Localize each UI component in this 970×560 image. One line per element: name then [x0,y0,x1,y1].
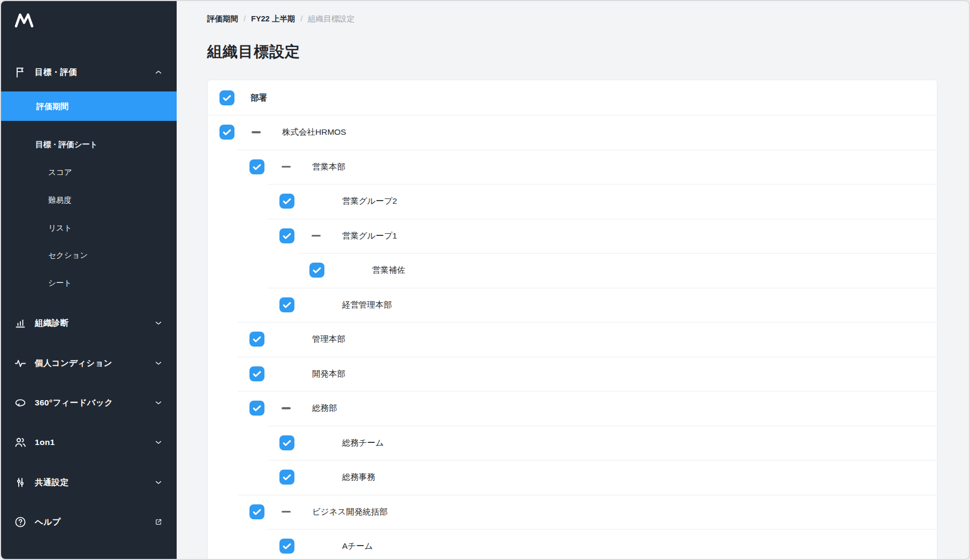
sidebar-subitem-1[interactable]: 目標・評価シート [1,134,177,155]
row-checkbox[interactable] [249,401,264,416]
check-icon [251,506,263,518]
breadcrumb-item-2: 組織目標設定 [308,14,354,23]
chevron-down-icon[interactable] [154,398,163,407]
row-checkbox[interactable] [249,159,264,174]
sidebar-subitem-label: スコア [48,167,72,178]
chevron-down-icon[interactable] [154,478,163,487]
people-icon [14,436,27,449]
sidebar-subitem-4[interactable]: リスト [1,217,177,239]
sidebar-subitem-6[interactable]: シート [1,272,177,294]
org-tree-card: 部署 株式会社HRMOS営業本部営業グループ2営業グループ1営業補佐経営管理本部… [207,80,937,560]
tree-row-label: 総務チーム [342,437,384,448]
collapse-toggle-icon[interactable] [252,132,261,134]
sidebar-subitem-label: シート [48,278,72,288]
sidebar-item-1on1[interactable]: 1on1 [1,428,177,457]
row-divider [238,357,937,357]
bar-chart-icon [14,317,27,329]
sidebar-item-nav-0[interactable]: 目標・評価 [1,58,177,87]
row-checkbox[interactable] [279,435,294,450]
sidebar-item-nav-6[interactable]: ヘルプ [1,508,177,536]
tree-row: 開発本部 [208,357,937,392]
select-all-checkbox[interactable] [219,90,234,105]
tree-row: 営業本部 [208,150,937,185]
check-icon [281,471,293,483]
check-icon [311,264,323,276]
sidebar-item-label: 目標・評価 [35,67,77,78]
check-icon [221,126,233,138]
check-icon [281,437,293,449]
sidebar-item-label: 共通設定 [35,477,69,488]
sidebar-subitem-label: 目標・評価シート [35,140,98,150]
tree-row-label: 開発本部 [312,368,345,379]
tree-row-label: 総務部 [312,403,337,414]
external-link-icon [154,518,163,526]
sidebar-item-label: 組織診断 [35,318,69,329]
sidebar-subitem-label: リスト [48,223,72,233]
tree-row-label: 経営管理本部 [342,299,392,310]
tree-header-label: 部署 [251,92,267,103]
chevron-down-icon[interactable] [154,438,163,447]
row-checkbox[interactable] [279,194,294,209]
tree-row-label: 営業本部 [312,161,345,172]
sidebar-subitem-5[interactable]: セクション [1,244,177,266]
tree-row: 総務事務 [208,460,937,495]
tree-row-label: 総務事務 [342,472,375,483]
row-divider [268,184,937,185]
collapse-toggle-icon[interactable] [282,166,291,168]
check-icon [281,230,293,242]
check-icon [251,402,263,414]
breadcrumb-item-0[interactable]: 評価期間 [207,14,238,23]
sidebar-item-nav-5[interactable]: 共通設定 [1,468,177,497]
sidebar-subitem-2[interactable]: スコア [1,162,177,183]
collapse-toggle-icon[interactable] [282,408,291,410]
page-title: 組織目標設定 [207,42,300,62]
row-checkbox[interactable] [249,366,264,381]
row-checkbox[interactable] [279,228,294,243]
row-checkbox[interactable] [249,332,264,347]
sidebar-subitem-0[interactable]: 評価期間 [1,91,177,121]
sidebar-item-label: 個人コンディション [35,358,112,369]
collapse-toggle-icon[interactable] [312,235,321,237]
sidebar-subitem-label: 評価期間 [36,101,69,111]
sidebar-item-label: ヘルプ [35,517,61,528]
sidebar-subitem-3[interactable]: 難易度 [1,189,177,211]
chevron-down-icon[interactable] [154,359,163,367]
row-checkbox[interactable] [219,125,234,140]
row-checkbox[interactable] [249,504,264,519]
tree-row-label: 営業グループ1 [342,230,397,241]
check-icon [221,92,233,104]
feedback-loop-icon [14,396,27,409]
row-divider [208,115,937,116]
row-divider [298,253,937,254]
tree-header-row: 部署 [208,80,937,115]
tree-row: 管理本部 [208,322,937,357]
chevron-down-icon[interactable] [154,319,163,327]
sidebar-item-360-feedback[interactable]: 360°フィードバック [1,388,177,417]
breadcrumb-separator: / [295,14,308,23]
sidebar-item-nav-1[interactable]: 組織診断 [1,309,177,337]
row-checkbox[interactable] [279,470,294,485]
breadcrumb-item-1[interactable]: FY22 上半期 [251,14,295,23]
check-icon [251,161,263,173]
sidebar-item-label: 360°フィードバック [35,397,113,409]
row-divider [238,495,937,495]
row-divider [238,150,937,150]
check-icon [281,195,293,207]
tree-row: 総務チーム [208,426,937,461]
check-icon [251,368,263,380]
row-checkbox[interactable] [279,297,294,312]
collapse-toggle-icon[interactable] [282,511,291,513]
row-divider [238,322,937,323]
sliders-icon [14,476,27,489]
row-divider [268,460,937,461]
sidebar-item-nav-2[interactable]: 個人コンディション [1,349,177,378]
tree-row: 総務部 [208,391,937,426]
hrmos-m-logo-icon[interactable] [14,11,34,28]
tree-row: ビジネス開発統括部 [208,495,937,530]
row-checkbox[interactable] [309,263,324,278]
tree-row: Aチーム [208,529,937,560]
sidebar-subitem-label: セクション [48,250,88,260]
help-circle-icon [14,516,27,528]
chevron-up-icon[interactable] [154,68,163,76]
row-checkbox[interactable] [279,539,294,554]
